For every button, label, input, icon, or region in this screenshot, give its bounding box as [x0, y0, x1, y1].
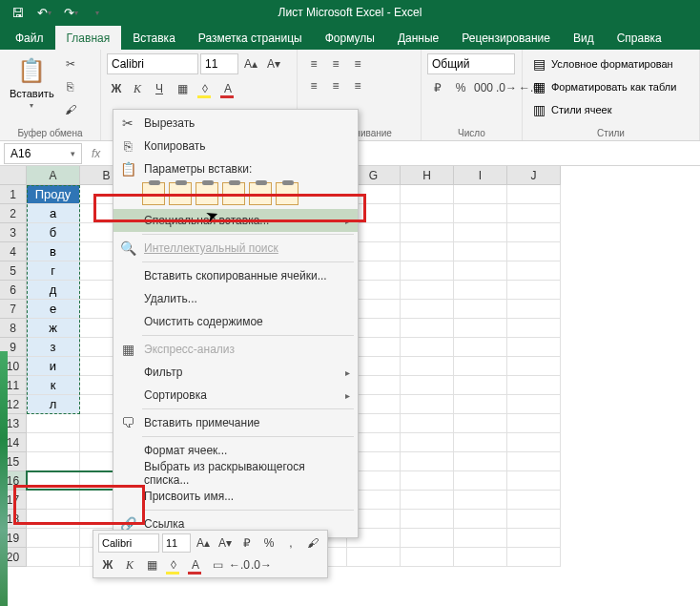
tab-data[interactable]: Данные: [386, 26, 450, 50]
cell-a2[interactable]: а: [27, 204, 80, 223]
tab-review[interactable]: Рецензирование: [450, 26, 562, 50]
cell-a5[interactable]: г: [27, 261, 80, 281]
ctx-cut[interactable]: ✂ Вырезать: [113, 112, 358, 135]
cell-a9[interactable]: з: [27, 338, 80, 357]
mini-increase-font-icon[interactable]: A▴: [194, 533, 213, 553]
cell-a8[interactable]: ж: [27, 319, 80, 338]
copy-icon[interactable]: ⎘: [60, 76, 81, 97]
fill-color-button[interactable]: ◊: [195, 78, 216, 99]
cell-a12[interactable]: л: [27, 395, 80, 414]
row-header[interactable]: 5: [0, 261, 27, 281]
format-as-table-button[interactable]: ▦ Форматировать как табли: [528, 76, 678, 97]
mini-percent-icon[interactable]: %: [259, 533, 278, 553]
cell-a11[interactable]: к: [27, 376, 80, 395]
percent-icon[interactable]: %: [450, 77, 471, 98]
ctx-sort[interactable]: Сортировка ▸: [113, 384, 358, 407]
mini-fill-color-button[interactable]: ◊: [164, 555, 183, 575]
mini-font-size[interactable]: [162, 533, 191, 553]
row-header[interactable]: 3: [0, 223, 27, 242]
ctx-copy[interactable]: ⎘ Копировать: [113, 135, 358, 157]
mini-decrease-decimal-icon[interactable]: ←.0: [230, 555, 249, 575]
row-header[interactable]: 2: [0, 204, 27, 223]
paste-option-transpose[interactable]: [222, 182, 245, 205]
ctx-pick-from-list[interactable]: Выбрать из раскрывающегося списка...: [113, 462, 358, 485]
tab-file[interactable]: Файл: [4, 26, 55, 50]
col-header-i[interactable]: I: [454, 166, 507, 185]
row-header[interactable]: 7: [0, 300, 27, 319]
cell-a6[interactable]: д: [27, 281, 80, 300]
mini-font-name[interactable]: [98, 533, 159, 553]
format-painter-icon[interactable]: 🖌: [60, 99, 81, 120]
save-icon[interactable]: 🖫: [6, 2, 29, 23]
paste-option-link[interactable]: [276, 182, 299, 205]
cell-a3[interactable]: б: [27, 223, 80, 242]
number-format-select[interactable]: [427, 53, 515, 74]
tab-insert[interactable]: Вставка: [121, 26, 187, 50]
mini-font-color-button[interactable]: A: [186, 555, 205, 575]
increase-decimal-icon[interactable]: .0→: [496, 77, 517, 98]
paste-option-formatting[interactable]: [249, 182, 272, 205]
mini-italic-button[interactable]: К: [120, 555, 139, 575]
cell-styles-button[interactable]: ▥ Стили ячеек: [528, 99, 613, 120]
font-name-select[interactable]: [107, 53, 198, 74]
currency-icon[interactable]: ₽: [427, 77, 448, 98]
mini-border-button[interactable]: ▦: [142, 555, 161, 575]
col-header-h[interactable]: H: [401, 166, 454, 185]
mini-format-painter-icon[interactable]: 🖌: [303, 533, 322, 553]
col-header-j[interactable]: J: [507, 166, 561, 185]
ctx-clear[interactable]: Очистить содержимое: [113, 310, 358, 333]
paste-button[interactable]: 📋 Вставить ▾: [6, 53, 58, 112]
border-button[interactable]: ▦: [172, 78, 193, 99]
align-middle-icon[interactable]: ≡: [325, 53, 346, 74]
cell-a7[interactable]: е: [27, 300, 80, 319]
mini-decrease-font-icon[interactable]: A▾: [216, 533, 235, 553]
cell-a1[interactable]: Проду: [27, 185, 80, 204]
font-color-button[interactable]: A: [217, 78, 238, 99]
align-top-icon[interactable]: ≡: [303, 53, 324, 74]
ctx-insert-copied[interactable]: Вставить скопированные ячейки...: [113, 264, 358, 287]
mini-bold-button[interactable]: Ж: [98, 555, 117, 575]
increase-font-icon[interactable]: A▴: [240, 53, 261, 74]
mini-currency-icon[interactable]: ₽: [237, 533, 257, 553]
italic-button[interactable]: К: [128, 79, 147, 98]
cut-icon[interactable]: ✂: [60, 53, 81, 74]
tab-formulas[interactable]: Формулы: [314, 26, 386, 50]
mini-increase-decimal-icon[interactable]: .0→: [252, 555, 271, 575]
font-size-select[interactable]: [200, 53, 238, 74]
redo-icon[interactable]: ↷▾: [59, 2, 82, 23]
ctx-format-cells[interactable]: Формат ячеек...: [113, 439, 358, 462]
align-right-icon[interactable]: ≡: [347, 75, 368, 96]
conditional-formatting-button[interactable]: ▤ Условное форматирован: [528, 53, 675, 74]
undo-icon[interactable]: ↶▾: [32, 2, 55, 23]
paste-option-all[interactable]: [142, 182, 165, 205]
ctx-insert-comment[interactable]: 🗨 Вставить примечание: [113, 411, 358, 434]
tab-home[interactable]: Главная: [55, 26, 122, 50]
mini-merge-icon[interactable]: ▭: [208, 555, 227, 575]
underline-button[interactable]: Ч: [149, 78, 170, 99]
paste-option-formulas[interactable]: [196, 182, 218, 205]
name-box[interactable]: A16 ▾: [4, 143, 82, 164]
tab-page-layout[interactable]: Разметка страницы: [187, 26, 314, 50]
qat-customize-icon[interactable]: ▾: [86, 2, 109, 23]
fx-icon[interactable]: fx: [92, 147, 100, 160]
align-bottom-icon[interactable]: ≡: [347, 53, 368, 74]
row-header[interactable]: 8: [0, 319, 27, 338]
col-header-a[interactable]: A: [27, 166, 80, 185]
ctx-filter[interactable]: Фильтр ▸: [113, 361, 358, 384]
ctx-paste-special[interactable]: Специальная вставка... ▸: [113, 209, 358, 232]
cell-a4[interactable]: в: [27, 242, 80, 261]
decrease-font-icon[interactable]: A▾: [263, 53, 284, 74]
ctx-delete[interactable]: Удалить...: [113, 287, 358, 310]
tab-view[interactable]: Вид: [562, 26, 606, 50]
comma-icon[interactable]: 000: [473, 77, 494, 98]
ctx-define-name[interactable]: Присвоить имя...: [113, 485, 358, 508]
align-center-icon[interactable]: ≡: [325, 75, 346, 96]
row-header[interactable]: 1: [0, 185, 27, 204]
row-header[interactable]: 6: [0, 281, 27, 300]
row-header[interactable]: 4: [0, 242, 27, 261]
align-left-icon[interactable]: ≡: [303, 75, 324, 96]
bold-button[interactable]: Ж: [107, 79, 126, 98]
mini-comma-icon[interactable]: ,: [281, 533, 300, 553]
paste-option-values[interactable]: [169, 182, 192, 205]
select-all-corner[interactable]: [0, 166, 27, 185]
